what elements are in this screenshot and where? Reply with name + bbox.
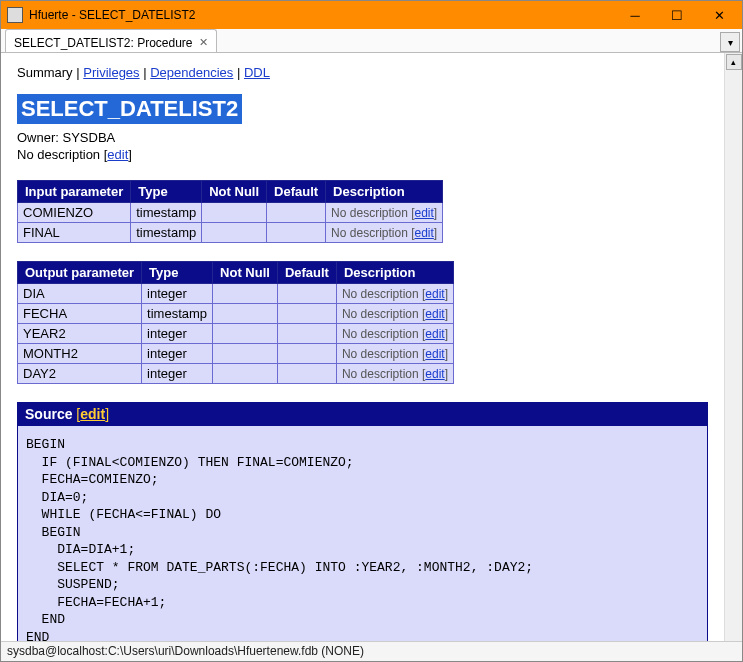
col-description: Description bbox=[336, 262, 453, 284]
param-name: FECHA bbox=[18, 304, 142, 324]
param-default bbox=[267, 223, 326, 243]
param-desc: No description [edit] bbox=[326, 203, 443, 223]
param-name: DAY2 bbox=[18, 364, 142, 384]
table-row: FINAL timestamp No description [edit] bbox=[18, 223, 443, 243]
tab-close-icon[interactable]: ✕ bbox=[199, 36, 208, 49]
tab-dropdown-button[interactable]: ▾ bbox=[720, 32, 740, 52]
param-desc: No description [edit] bbox=[326, 223, 443, 243]
param-name: DIA bbox=[18, 284, 142, 304]
param-type: integer bbox=[142, 344, 213, 364]
param-notnull bbox=[202, 223, 267, 243]
nav-privileges[interactable]: Privileges bbox=[83, 65, 139, 80]
edit-link[interactable]: edit bbox=[425, 287, 444, 301]
col-default: Default bbox=[267, 181, 326, 203]
edit-source-link[interactable]: edit bbox=[80, 406, 105, 422]
description-line: No description [edit] bbox=[17, 147, 708, 162]
status-bar: sysdba@localhost:C:\Users\uri\Downloads\… bbox=[1, 641, 742, 661]
param-name: FINAL bbox=[18, 223, 131, 243]
edit-link[interactable]: edit bbox=[425, 327, 444, 341]
window-titlebar[interactable]: Hfuerte - SELECT_DATELIST2 ─ ☐ ✕ bbox=[1, 1, 742, 29]
param-default bbox=[277, 324, 336, 344]
table-row: COMIENZO timestamp No description [edit] bbox=[18, 203, 443, 223]
content-wrapper: Summary | Privileges | Dependencies | DD… bbox=[1, 53, 742, 641]
col-notnull: Not Null bbox=[202, 181, 267, 203]
edit-link[interactable]: edit bbox=[425, 367, 444, 381]
param-name: COMIENZO bbox=[18, 203, 131, 223]
app-icon bbox=[7, 7, 23, 23]
param-notnull bbox=[202, 203, 267, 223]
param-desc: No description [edit] bbox=[336, 344, 453, 364]
table-row: DIA integer No description [edit] bbox=[18, 284, 454, 304]
no-description-text: No description bbox=[17, 147, 100, 162]
edit-link[interactable]: edit bbox=[415, 206, 434, 220]
col-default: Default bbox=[277, 262, 336, 284]
param-desc: No description [edit] bbox=[336, 284, 453, 304]
param-type: integer bbox=[142, 324, 213, 344]
edit-link[interactable]: edit bbox=[425, 347, 444, 361]
param-notnull bbox=[213, 324, 278, 344]
param-type: timestamp bbox=[131, 203, 202, 223]
col-type: Type bbox=[142, 262, 213, 284]
source-code[interactable]: BEGIN IF (FINAL<COMIENZO) THEN FINAL=COM… bbox=[17, 426, 708, 641]
param-desc: No description [edit] bbox=[336, 364, 453, 384]
col-input-parameter: Input parameter bbox=[18, 181, 131, 203]
table-row: MONTH2 integer No description [edit] bbox=[18, 344, 454, 364]
param-notnull bbox=[213, 344, 278, 364]
content-pane: Summary | Privileges | Dependencies | DD… bbox=[1, 53, 724, 641]
param-default bbox=[277, 364, 336, 384]
sub-nav: Summary | Privileges | Dependencies | DD… bbox=[17, 65, 708, 80]
param-type: integer bbox=[142, 364, 213, 384]
edit-link[interactable]: edit bbox=[415, 226, 434, 240]
output-parameters-table: Output parameter Type Not Null Default D… bbox=[17, 261, 454, 384]
owner-line: Owner: SYSDBA bbox=[17, 130, 708, 145]
maximize-button[interactable]: ☐ bbox=[656, 3, 698, 27]
param-default bbox=[277, 304, 336, 324]
tab-procedure[interactable]: SELECT_DATELIST2: Procedure ✕ bbox=[5, 29, 217, 52]
param-notnull bbox=[213, 284, 278, 304]
app-window: Hfuerte - SELECT_DATELIST2 ─ ☐ ✕ SELECT_… bbox=[0, 0, 743, 662]
col-type: Type bbox=[131, 181, 202, 203]
minimize-button[interactable]: ─ bbox=[614, 3, 656, 27]
source-label: Source bbox=[25, 406, 72, 422]
param-type: timestamp bbox=[131, 223, 202, 243]
scroll-up-icon[interactable]: ▴ bbox=[726, 54, 742, 70]
status-text: sysdba@localhost:C:\Users\uri\Downloads\… bbox=[7, 644, 364, 658]
table-row: FECHA timestamp No description [edit] bbox=[18, 304, 454, 324]
param-desc: No description [edit] bbox=[336, 324, 453, 344]
param-type: timestamp bbox=[142, 304, 213, 324]
nav-summary[interactable]: Summary bbox=[17, 65, 73, 80]
param-name: YEAR2 bbox=[18, 324, 142, 344]
param-type: integer bbox=[142, 284, 213, 304]
source-section: Source [edit] BEGIN IF (FINAL<COMIENZO) … bbox=[17, 402, 708, 641]
col-description: Description bbox=[326, 181, 443, 203]
edit-link[interactable]: edit bbox=[425, 307, 444, 321]
table-row: DAY2 integer No description [edit] bbox=[18, 364, 454, 384]
source-header: Source [edit] bbox=[17, 402, 708, 426]
tab-label: SELECT_DATELIST2: Procedure bbox=[14, 36, 193, 50]
object-name-heading: SELECT_DATELIST2 bbox=[17, 94, 242, 124]
tab-bar: SELECT_DATELIST2: Procedure ✕ ▾ bbox=[1, 29, 742, 53]
param-desc: No description [edit] bbox=[336, 304, 453, 324]
param-notnull bbox=[213, 364, 278, 384]
param-name: MONTH2 bbox=[18, 344, 142, 364]
param-default bbox=[267, 203, 326, 223]
nav-ddl[interactable]: DDL bbox=[244, 65, 270, 80]
param-default bbox=[277, 284, 336, 304]
input-parameters-table: Input parameter Type Not Null Default De… bbox=[17, 180, 443, 243]
edit-description-link[interactable]: edit bbox=[107, 147, 128, 162]
window-title: Hfuerte - SELECT_DATELIST2 bbox=[29, 8, 614, 22]
param-default bbox=[277, 344, 336, 364]
param-notnull bbox=[213, 304, 278, 324]
col-output-parameter: Output parameter bbox=[18, 262, 142, 284]
col-notnull: Not Null bbox=[213, 262, 278, 284]
table-row: YEAR2 integer No description [edit] bbox=[18, 324, 454, 344]
nav-dependencies[interactable]: Dependencies bbox=[150, 65, 233, 80]
vertical-scrollbar[interactable]: ▴ bbox=[724, 53, 742, 641]
close-button[interactable]: ✕ bbox=[698, 3, 740, 27]
